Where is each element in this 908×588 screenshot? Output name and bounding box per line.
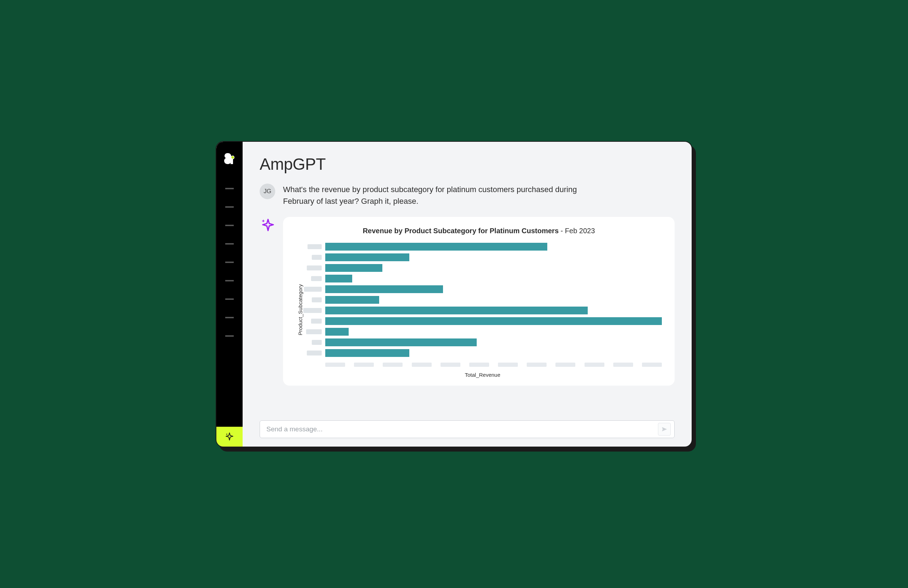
chart-y-axis-label: Product_Subcategory: [296, 241, 303, 378]
chart-bar: [325, 275, 352, 283]
chart-bar-row: [303, 307, 662, 314]
chart-bar: [325, 317, 662, 325]
chart-bar: [325, 328, 349, 336]
main-panel: AmpGPT JG What's the revenue by product …: [243, 142, 692, 447]
chart-category-placeholder: [312, 255, 322, 260]
send-icon: [661, 426, 668, 432]
user-message-row: JG What's the revenue by product subcate…: [260, 183, 675, 207]
chart-bar-row: [303, 339, 662, 346]
assistant-avatar: [260, 217, 275, 233]
chart-bar-row: [303, 317, 662, 325]
send-button[interactable]: [658, 423, 671, 435]
sidebar-nav-item[interactable]: [225, 243, 234, 244]
chart-bar: [325, 285, 443, 293]
chart-bar: [325, 264, 382, 272]
chart-x-tick-placeholder: [584, 363, 604, 367]
app-frame: AmpGPT JG What's the revenue by product …: [216, 141, 692, 447]
chart-x-tick-placeholder: [642, 363, 662, 367]
chart-card: Revenue by Product Subcategory for Plati…: [283, 217, 675, 386]
chart-category-placeholder: [311, 319, 322, 324]
user-message-text: What's the revenue by product subcategor…: [283, 183, 602, 207]
chart-bar-row: [303, 285, 662, 293]
chart-bar-row: [303, 254, 662, 261]
chart-bar: [325, 254, 409, 261]
sidebar-nav-item[interactable]: [225, 280, 234, 281]
chart-x-axis-label: Total_Revenue: [303, 372, 662, 378]
chart-bar: [325, 339, 477, 346]
chart-bar: [325, 349, 409, 357]
chart-x-tick-placeholder: [354, 363, 374, 367]
chart-category-placeholder: [312, 340, 322, 345]
chart-plot-area: Total_Revenue: [303, 241, 662, 378]
chart-x-tick-placeholder: [527, 363, 547, 367]
brand-logo-icon: [224, 152, 235, 167]
chart-x-tick-placeholder: [469, 363, 489, 367]
sparkle-icon: [225, 432, 234, 441]
sidebar-nav-item[interactable]: [225, 299, 234, 300]
user-avatar: JG: [260, 183, 275, 199]
chart-x-ticks: [303, 363, 662, 367]
chart-category-placeholder: [307, 350, 322, 355]
chart-category-placeholder: [311, 276, 322, 281]
chart-category-placeholder: [312, 297, 322, 302]
assistant-message-row: Revenue by Product Subcategory for Plati…: [260, 217, 675, 400]
sparkle-icon: [260, 218, 275, 232]
chart-category-placeholder: [303, 308, 322, 313]
chart-body: Product_Subcategory Total_Revenue: [296, 241, 662, 378]
chart-bar: [325, 296, 379, 304]
sidebar-nav-item[interactable]: [225, 206, 234, 208]
sidebar-nav-item[interactable]: [225, 335, 234, 337]
chart-bar-row: [303, 243, 662, 251]
sidebar-nav-item[interactable]: [225, 188, 234, 189]
chart-x-tick-placeholder: [412, 363, 431, 367]
chat-input-row: [260, 420, 675, 438]
chart-category-placeholder: [307, 244, 322, 249]
chart-bar: [325, 243, 547, 251]
svg-point-0: [232, 156, 234, 158]
chart-category-placeholder: [306, 329, 322, 334]
chart-x-tick-placeholder: [498, 363, 518, 367]
chart-category-placeholder: [304, 287, 322, 292]
chart-x-tick-placeholder: [613, 363, 633, 367]
chart-x-tick-placeholder: [325, 363, 345, 367]
sidebar-nav-list: [225, 188, 234, 337]
sidebar-nav-item[interactable]: [225, 225, 234, 226]
chart-bar-row: [303, 328, 662, 336]
chart-category-placeholder: [307, 265, 322, 270]
app-title: AmpGPT: [260, 154, 675, 174]
chart-bar-row: [303, 296, 662, 304]
chart-x-tick-placeholder: [383, 363, 402, 367]
chart-title-suffix: Feb 2023: [565, 227, 595, 235]
chart-bar-row: [303, 349, 662, 357]
chart-title: Revenue by Product Subcategory for Plati…: [296, 227, 662, 235]
chat-input[interactable]: [266, 425, 658, 434]
sidebar-nav-item[interactable]: [225, 317, 234, 318]
chart-title-main: Revenue by Product Subcategory for Plati…: [363, 227, 559, 235]
chart-bar: [325, 307, 588, 314]
chart-x-tick-placeholder: [555, 363, 575, 367]
sidebar-active-indicator[interactable]: [216, 427, 243, 447]
chart-bar-row: [303, 264, 662, 272]
sidebar-nav-item[interactable]: [225, 262, 234, 263]
sidebar: [216, 142, 243, 447]
chart-x-tick-placeholder: [441, 363, 460, 367]
chart-title-separator: -: [559, 227, 565, 235]
chart-bars: [303, 241, 662, 358]
chart-bar-row: [303, 275, 662, 283]
